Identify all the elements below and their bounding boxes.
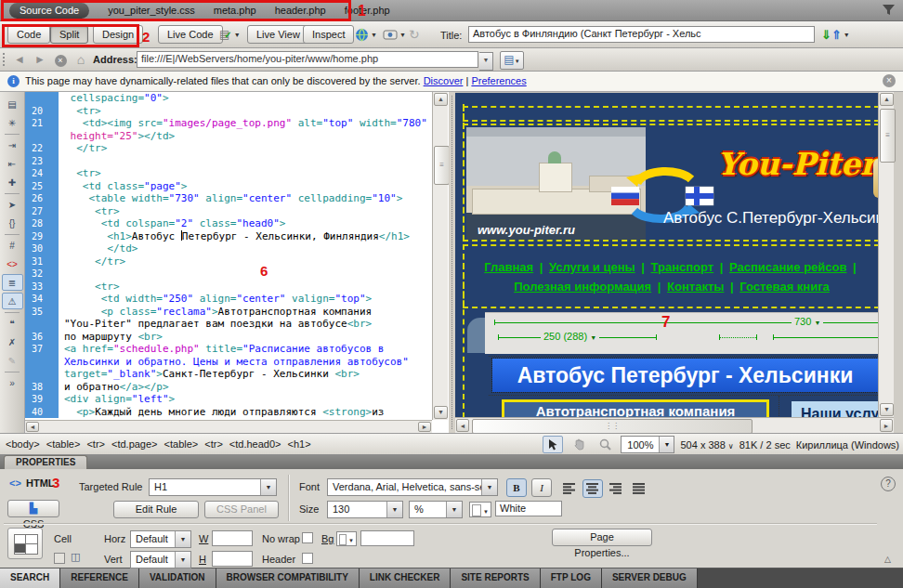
bg-color-input[interactable] bbox=[360, 530, 414, 546]
text-color-input[interactable]: White bbox=[495, 501, 562, 516]
code-line[interactable]: 34 <td width="250" align="center" valign… bbox=[25, 293, 432, 306]
preview-in-browser-icon[interactable]: ▼ bbox=[355, 25, 377, 44]
code-text[interactable]: по маршруту <br> bbox=[59, 331, 163, 344]
code-text[interactable]: <tr> bbox=[59, 105, 101, 118]
zoom-level-select[interactable]: 100%▼ bbox=[621, 436, 674, 453]
bg-color-swatch[interactable]: ▼ bbox=[336, 531, 357, 546]
code-horizontal-scrollbar[interactable]: ◄ ► bbox=[25, 420, 432, 433]
source-code-tab[interactable]: Source Code bbox=[9, 3, 89, 19]
live-view-button[interactable]: Live View bbox=[247, 25, 309, 44]
panel-tab-server-debug[interactable]: SERVER DEBUG bbox=[602, 568, 698, 588]
site-header[interactable]: You-Piter Автобус С.Петербург-Хельсинки … bbox=[463, 124, 878, 242]
no-wrap-checkbox[interactable] bbox=[302, 532, 313, 543]
syntax-error-alerts-icon[interactable]: ⚠ bbox=[2, 293, 23, 309]
back-icon[interactable]: ◄ bbox=[11, 52, 28, 67]
size-unit-select[interactable]: %▼ bbox=[409, 501, 463, 518]
code-text[interactable]: </tr> bbox=[59, 255, 125, 268]
scroll-left-icon[interactable]: ◄ bbox=[26, 422, 39, 432]
site-nav-link[interactable]: Главная bbox=[484, 260, 533, 274]
size-select[interactable]: 130▼ bbox=[327, 501, 403, 518]
scroll-right-icon[interactable]: ► bbox=[880, 419, 893, 432]
site-nav-link[interactable]: Контакты bbox=[667, 280, 724, 294]
design-scroll-thumb[interactable]: ≡ bbox=[880, 109, 896, 163]
expand-all-icon[interactable]: ✚ bbox=[2, 174, 23, 190]
design-canvas[interactable]: You-Piter Автобус С.Петербург-Хельсинки … bbox=[455, 92, 878, 418]
site-nav-link[interactable]: Полезная информация bbox=[514, 280, 651, 294]
hand-tool-icon[interactable] bbox=[569, 436, 589, 453]
targeted-rule-select[interactable]: H1▼ bbox=[149, 478, 277, 496]
pane-splitter[interactable] bbox=[449, 92, 455, 433]
code-text[interactable]: <td colspan="2" class="head0"> bbox=[59, 217, 285, 230]
show-more-icon[interactable]: » bbox=[2, 374, 23, 391]
code-line[interactable]: 22 </tr> bbox=[25, 142, 432, 155]
column-width-menu[interactable]: 250 (288) ▼ bbox=[541, 331, 599, 342]
line-numbers-icon[interactable]: # bbox=[2, 237, 23, 254]
site-nav-link[interactable]: Гостевая книга bbox=[739, 280, 830, 294]
code-text[interactable]: и обратно</a></p> bbox=[59, 381, 169, 394]
align-center-button[interactable] bbox=[582, 479, 603, 498]
panel-collapse-icon[interactable]: △ bbox=[884, 555, 891, 564]
promo-box[interactable]: Автотранспортная компания"You-Piter" пре… bbox=[502, 399, 769, 418]
code-text[interactable]: <table width="730" align="center" cellpa… bbox=[59, 192, 402, 205]
toolbar-grip[interactable] bbox=[3, 53, 8, 66]
tag-selector-item[interactable]: <td.head0> bbox=[229, 438, 281, 450]
site-nav-link[interactable]: Расписание рейсов bbox=[729, 260, 846, 274]
code-line[interactable]: 24 <tr> bbox=[25, 167, 432, 180]
table-width-menu[interactable]: 730 ▼ bbox=[792, 316, 823, 327]
code-line[interactable]: 29 <h1>Автобус Петербург - Хельсинки, Фи… bbox=[25, 230, 432, 243]
code-text[interactable]: <a href="schedule.php" title="Расписание… bbox=[59, 343, 384, 356]
code-line[interactable]: 23 bbox=[25, 155, 432, 168]
address-dropdown-icon[interactable]: ▼ bbox=[479, 52, 493, 71]
design-horizontal-scrollbar[interactable]: ◄ ⋮⋮ ► bbox=[455, 417, 894, 433]
edit-rule-button[interactable]: Edit Rule bbox=[113, 501, 199, 518]
site-nav-link[interactable]: Транспорт bbox=[651, 260, 714, 274]
code-text[interactable]: <td class="page"> bbox=[59, 180, 187, 193]
tag-selector-item[interactable]: <body> bbox=[6, 438, 40, 450]
code-line[interactable]: 31 </tr> bbox=[25, 255, 432, 268]
collapse-selection-icon[interactable]: ⇤ bbox=[2, 155, 23, 172]
scroll-right-icon[interactable]: ► bbox=[418, 422, 431, 432]
code-line[interactable]: 35 <p class="reclama">Автотранспортная к… bbox=[25, 306, 432, 319]
header-checkbox[interactable] bbox=[302, 553, 313, 564]
code-line[interactable]: target="_blank">Санкт-Петербург - Хельси… bbox=[25, 368, 432, 381]
view-button-design[interactable]: Design bbox=[93, 25, 143, 44]
tag-selector-item[interactable]: <tr> bbox=[204, 438, 223, 450]
code-text[interactable]: <h1>Автобус Петербург - Хельсинки, Финля… bbox=[59, 230, 410, 243]
panel-tab-site-reports[interactable]: SITE REPORTS bbox=[451, 568, 540, 588]
tag-selector-item[interactable]: <tr> bbox=[86, 438, 105, 450]
code-scroll-thumb[interactable]: ≡ bbox=[434, 146, 450, 185]
site-nav-link[interactable]: Услуги и цены bbox=[549, 260, 635, 274]
code-line[interactable]: 25 <td class="page"> bbox=[25, 180, 432, 193]
code-vertical-scrollbar[interactable]: ▲ ≡ ▼ bbox=[432, 92, 448, 420]
code-line[interactable]: 37<a href="schedule.php" title="Расписан… bbox=[25, 343, 432, 356]
code-text[interactable] bbox=[59, 155, 64, 168]
code-line[interactable]: Хельсинки и обратно. Цены и места отправ… bbox=[25, 356, 432, 369]
balance-braces-icon[interactable]: {} bbox=[2, 215, 23, 231]
align-left-button[interactable] bbox=[559, 479, 580, 498]
code-text[interactable]: <tr> bbox=[59, 281, 120, 294]
code-line[interactable]: height="25"></td> bbox=[25, 130, 432, 143]
related-file-tab[interactable]: header.php bbox=[275, 5, 326, 16]
code-text[interactable]: </tr> bbox=[59, 142, 107, 155]
window-size-menu[interactable]: 504 x 388 ∨ bbox=[680, 439, 733, 451]
bold-button[interactable]: B bbox=[506, 478, 527, 497]
view-button-code[interactable]: Code bbox=[7, 25, 50, 44]
code-text[interactable]: target="_blank">Санкт-Петербург - Хельси… bbox=[59, 368, 360, 381]
code-text[interactable]: Хельсинки и обратно. Цены и места отправ… bbox=[59, 356, 409, 369]
live-code-button[interactable]: Live Code bbox=[158, 25, 223, 44]
live-view-options-icon[interactable]: ▤▼ bbox=[500, 51, 524, 70]
code-text[interactable]: height="25"></td> bbox=[59, 130, 175, 143]
html-mode-button[interactable]: HTML bbox=[26, 477, 55, 489]
font-select[interactable]: Verdana, Arial, Helvetica, sans-serif▼ bbox=[327, 478, 498, 496]
remove-comment-icon[interactable]: ✗ bbox=[2, 333, 23, 350]
align-justify-button[interactable] bbox=[629, 479, 649, 498]
help-icon[interactable]: ? bbox=[881, 477, 896, 491]
horz-align-select[interactable]: Default▼ bbox=[130, 530, 191, 548]
open-documents-icon[interactable]: ▤ bbox=[2, 96, 23, 112]
code-line[interactable]: 26 <table width="730" align="center" cel… bbox=[25, 192, 432, 205]
page-heading[interactable]: Автобус Петербург - Хельсинки bbox=[492, 359, 878, 392]
related-file-tab[interactable]: meta.php bbox=[214, 5, 256, 16]
stop-icon[interactable]: × bbox=[52, 52, 69, 67]
vert-align-select[interactable]: Default▼ bbox=[130, 551, 191, 568]
text-color-swatch[interactable]: ▼ bbox=[469, 502, 491, 517]
